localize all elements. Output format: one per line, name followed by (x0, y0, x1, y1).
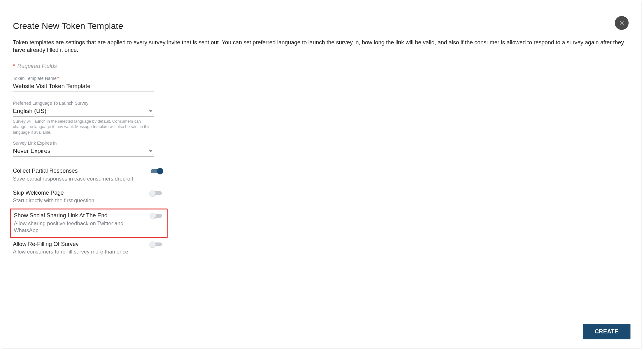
toggle-subtitle: Allow consumers to re-fill survey more t… (13, 248, 128, 255)
expires-label: Survey Link Expires In (13, 141, 154, 146)
language-value: English (US) (13, 108, 47, 114)
toggle-switch-partial[interactable] (149, 168, 163, 174)
toggle-partial-responses: Collect Partial Responses Save partial r… (13, 165, 163, 187)
toggle-switch-social[interactable] (150, 213, 164, 219)
toggle-refill: Allow Re-Filling Of Survey Allow consume… (13, 238, 163, 260)
close-button[interactable] (615, 16, 629, 30)
toggle-subtitle: Start directly with the first question (13, 197, 94, 204)
toggle-subtitle: Save partial responses in case consumers… (13, 176, 133, 182)
required-asterisk: * (57, 76, 59, 81)
expires-select[interactable]: Never Expires (13, 146, 154, 157)
chevron-down-icon (149, 150, 153, 153)
language-label: Preferred Language To Launch Survey (13, 101, 154, 106)
required-fields-label: Required Fields (17, 63, 57, 69)
required-asterisk: * (13, 63, 15, 69)
toggle-title: Allow Re-Filling Of Survey (13, 241, 128, 248)
toggle-social-sharing: Show Social Sharing Link At The End Allo… (10, 209, 168, 238)
intro-text: Token templates are settings that are ap… (13, 39, 630, 54)
field-expires: Survey Link Expires In Never Expires (13, 141, 154, 157)
form-column: Token Template Name* Preferred Language … (13, 76, 154, 260)
language-select[interactable]: English (US) (13, 106, 154, 117)
toggle-subtitle: Allow sharing positive feedback on Twitt… (14, 220, 140, 234)
required-fields-note: * Required Fields (13, 63, 630, 70)
toggle-switch-welcome[interactable] (149, 190, 163, 196)
token-name-label: Token Template Name* (13, 76, 154, 81)
dialog-panel: Create New Token Template Token template… (2, 2, 641, 348)
toggle-title: Show Social Sharing Link At The End (14, 212, 140, 219)
close-icon (619, 20, 625, 26)
toggle-switch-refill[interactable] (149, 241, 163, 248)
toggle-skip-welcome: Skip Welcome Page Start directly with th… (13, 187, 163, 209)
token-name-input[interactable] (13, 81, 154, 92)
page-title: Create New Token Template (13, 21, 630, 31)
language-helper: Survey will launch in the selected langu… (13, 119, 151, 135)
chevron-down-icon (149, 110, 153, 112)
toggle-group: Collect Partial Responses Save partial r… (13, 165, 163, 260)
field-language: Preferred Language To Launch Survey Engl… (13, 101, 154, 135)
expires-value: Never Expires (13, 148, 50, 154)
create-button[interactable]: CREATE (583, 324, 630, 339)
toggle-title: Skip Welcome Page (13, 189, 94, 197)
field-token-name: Token Template Name* (13, 76, 154, 92)
toggle-title: Collect Partial Responses (13, 167, 133, 175)
